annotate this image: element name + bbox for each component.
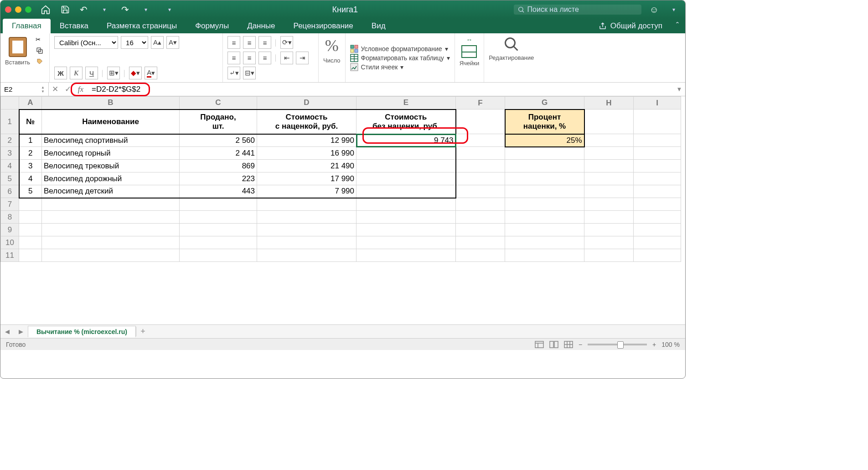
data-cell[interactable] [356,224,456,236]
data-cell[interactable] [42,224,180,236]
data-cell[interactable] [505,211,584,224]
increase-font-button[interactable]: A▴ [151,36,164,49]
data-cell[interactable]: 1 [19,134,42,147]
data-cell[interactable] [19,198,42,211]
row-header[interactable]: 8 [1,211,19,224]
align-center-button[interactable]: ≡ [243,52,256,64]
close-window-button[interactable] [5,6,11,13]
undo-dropdown[interactable]: ▾ [103,6,106,13]
data-cell[interactable] [584,224,634,236]
merge-button[interactable]: ⊟▾ [243,67,256,79]
formula-input[interactable]: =D2-D2*$G$2 [87,85,140,94]
decrease-indent-button[interactable]: ⇤ [280,52,293,64]
font-color-button[interactable]: A▾ [145,67,157,79]
data-cell[interactable] [456,249,505,262]
data-cell[interactable] [584,249,634,262]
underline-button[interactable]: Ч [85,67,98,79]
column-header[interactable]: C [180,97,257,110]
data-cell[interactable]: 17 990 [257,172,356,185]
data-cell[interactable] [19,224,42,236]
view-page-break-button[interactable] [564,341,573,348]
data-cell[interactable] [634,224,681,236]
column-header[interactable]: B [42,97,180,110]
name-box[interactable]: E2 ▲▼ [0,83,49,96]
worksheet-grid[interactable]: ABCDEFGHI1№НаименованиеПродано, шт.Стоим… [0,96,685,324]
fx-button[interactable]: fx [74,85,87,94]
data-cell[interactable] [456,224,505,236]
column-header[interactable] [1,97,19,110]
format-painter-icon[interactable] [36,58,45,67]
zoom-out-button[interactable]: − [579,341,582,348]
zoom-in-button[interactable]: + [652,341,656,348]
expand-formula-bar-button[interactable]: ▼ [673,86,685,93]
data-cell[interactable]: Велосипед горный [42,147,180,160]
data-cell[interactable] [505,236,584,249]
sheet-nav-prev[interactable]: ◀ [0,328,14,335]
data-cell[interactable] [584,198,634,211]
data-cell[interactable] [634,211,681,224]
column-header[interactable]: A [19,97,42,110]
save-icon[interactable] [61,5,70,14]
data-cell[interactable] [180,249,257,262]
bold-button[interactable]: Ж [54,67,67,79]
search-box[interactable]: Поиск на листе [514,5,641,15]
cell-styles-button[interactable]: Стили ячеек ▾ [350,63,450,72]
data-cell[interactable] [456,172,505,185]
tab-page-layout[interactable]: Разметка страницы [98,19,186,33]
data-cell[interactable] [505,185,584,198]
data-cell[interactable] [42,198,180,211]
data-cell[interactable] [42,236,180,249]
decrease-font-button[interactable]: A▾ [166,36,179,49]
row-header[interactable]: 9 [1,224,19,236]
tab-formulas[interactable]: Формулы [186,19,238,33]
row-header[interactable]: 10 [1,236,19,249]
conditional-formatting-button[interactable]: Условное форматирование ▾ [350,44,450,53]
data-cell[interactable]: 2 560 [180,134,257,147]
row-header[interactable]: 1 [1,110,19,134]
column-header[interactable]: H [584,97,634,110]
cancel-formula-button[interactable]: ✕ [49,84,62,94]
data-cell[interactable] [356,147,456,160]
row-header[interactable]: 5 [1,172,19,185]
view-page-layout-button[interactable] [549,341,558,348]
data-cell[interactable] [356,249,456,262]
data-cell[interactable] [505,249,584,262]
redo-icon[interactable]: ↷ [121,4,129,15]
data-cell[interactable] [257,249,356,262]
align-top-button[interactable]: ≡ [227,36,240,49]
minimize-window-button[interactable] [15,6,21,13]
column-header[interactable]: F [456,97,505,110]
row-header[interactable]: 4 [1,160,19,172]
data-cell[interactable] [180,211,257,224]
data-cell[interactable] [19,236,42,249]
data-cell[interactable]: 16 990 [257,147,356,160]
row-header[interactable]: 7 [1,198,19,211]
qat-customize-dropdown[interactable]: ▾ [168,6,171,13]
data-cell[interactable] [356,236,456,249]
zoom-slider[interactable] [588,344,647,345]
data-cell[interactable]: 443 [180,185,257,198]
data-cell[interactable]: Велосипед дорожный [42,172,180,185]
data-cell[interactable]: 25% [505,134,584,147]
align-left-button[interactable]: ≡ [227,52,240,64]
data-cell[interactable] [634,249,681,262]
format-as-table-button[interactable]: Форматировать как таблицу ▾ [350,53,450,63]
data-cell[interactable] [356,172,456,185]
data-cell[interactable]: 21 490 [257,160,356,172]
data-cell[interactable] [257,224,356,236]
row-header[interactable]: 3 [1,147,19,160]
cut-icon[interactable]: ✂ [36,36,45,43]
data-cell[interactable] [19,211,42,224]
data-cell[interactable] [456,185,505,198]
data-cell[interactable] [505,160,584,172]
data-cell[interactable]: 12 990 [257,134,356,147]
tab-insert[interactable]: Вставка [51,19,98,33]
sheet-nav-next[interactable]: ▶ [14,328,28,335]
align-bottom-button[interactable]: ≡ [258,36,271,49]
tab-view[interactable]: Вид [362,19,395,33]
data-cell[interactable]: 223 [180,172,257,185]
data-cell[interactable] [456,198,505,211]
collapse-ribbon-button[interactable]: ˆ [670,18,685,33]
font-size-select[interactable]: 16 [121,36,148,49]
paste-button[interactable]: Вставить [5,37,30,66]
